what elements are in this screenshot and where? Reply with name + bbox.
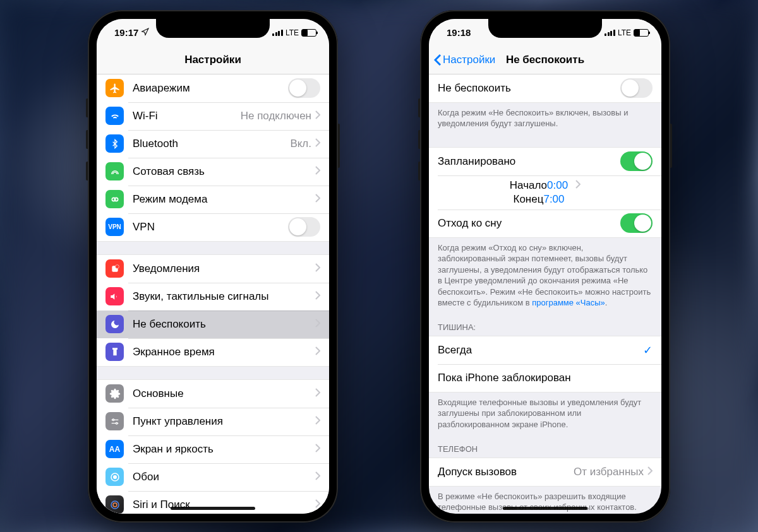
row-allow-calls[interactable]: Допуск вызовов От избранных bbox=[429, 458, 661, 486]
display-icon: AA bbox=[105, 440, 124, 458]
row-siri[interactable]: Siri и Поиск bbox=[97, 491, 329, 514]
chevron-icon bbox=[315, 443, 320, 456]
svg-point-1 bbox=[114, 198, 117, 201]
dnd-toggle[interactable] bbox=[620, 78, 653, 98]
chevron-icon bbox=[315, 346, 320, 358]
signal-icon bbox=[272, 30, 283, 36]
battery-icon bbox=[634, 29, 649, 37]
row-sounds[interactable]: Звуки, тактильные сигналы bbox=[97, 283, 329, 310]
phone-header: ТЕЛЕФОН bbox=[429, 435, 661, 458]
row-label: Bluetooth bbox=[133, 138, 290, 150]
battery-icon bbox=[301, 29, 316, 37]
row-control-center[interactable]: Пункт управления bbox=[97, 408, 329, 435]
row-label: Основные bbox=[133, 387, 315, 400]
home-indicator[interactable] bbox=[503, 507, 587, 510]
svg-point-3 bbox=[115, 264, 119, 268]
row-label: Пока iPhone заблокирован bbox=[438, 372, 653, 384]
wallpaper-icon bbox=[105, 468, 124, 486]
silence-footer: Входящие телефонные вызовы и уведомления… bbox=[429, 393, 661, 435]
wifi-icon bbox=[105, 107, 124, 125]
cellular-icon bbox=[105, 162, 124, 180]
dnd-list[interactable]: Не беспокоить Когда режим «Не беспокоить… bbox=[429, 74, 661, 514]
row-dnd[interactable]: Не беспокоить bbox=[97, 310, 329, 338]
row-label: Допуск вызовов bbox=[438, 466, 574, 478]
navbar: Настройки bbox=[97, 47, 329, 74]
row-label: Режим модема bbox=[133, 193, 315, 206]
general-icon bbox=[105, 384, 124, 403]
svg-point-9 bbox=[111, 501, 119, 509]
phone-settings-main: 19:17 LTE Настройки Авиарежим bbox=[88, 10, 338, 523]
notch bbox=[488, 19, 602, 38]
chevron-icon bbox=[315, 263, 320, 275]
siri-icon bbox=[105, 495, 124, 514]
back-button[interactable]: Настройки bbox=[434, 54, 495, 66]
page-title: Не беспокоить bbox=[506, 54, 584, 66]
bedtime-toggle[interactable] bbox=[620, 213, 653, 233]
dnd-icon bbox=[105, 315, 124, 333]
row-label: Пункт управления bbox=[133, 415, 315, 428]
scheduled-toggle[interactable] bbox=[620, 151, 653, 171]
row-wifi[interactable]: Wi-Fi Не подключен bbox=[97, 102, 329, 130]
chevron-icon bbox=[575, 179, 581, 192]
clock-app-link[interactable]: программе «Часы» bbox=[532, 298, 605, 307]
airplane-toggle[interactable] bbox=[288, 78, 320, 98]
row-notifications[interactable]: Уведомления bbox=[97, 255, 329, 283]
row-silence-always[interactable]: Всегда ✓ bbox=[429, 336, 661, 364]
svg-point-6 bbox=[116, 422, 117, 424]
to-label: Конец bbox=[513, 193, 543, 206]
check-icon: ✓ bbox=[643, 343, 653, 357]
bluetooth-icon bbox=[105, 134, 124, 153]
row-label: Звуки, тактильные сигналы bbox=[133, 290, 315, 303]
silence-header: ТИШИНА: bbox=[429, 314, 661, 336]
row-label: Сотовая связь bbox=[133, 165, 315, 178]
row-bedtime[interactable]: Отход ко сну bbox=[429, 210, 661, 237]
row-scheduled[interactable]: Запланировано bbox=[429, 148, 661, 175]
chevron-icon bbox=[315, 318, 320, 331]
row-dnd-toggle[interactable]: Не беспокоить bbox=[429, 74, 661, 102]
vpn-toggle[interactable] bbox=[288, 217, 320, 237]
from-value: 0:00 bbox=[547, 179, 568, 192]
network-label: LTE bbox=[286, 28, 299, 37]
control-center-icon bbox=[105, 412, 124, 430]
row-silence-locked[interactable]: Пока iPhone заблокирован bbox=[429, 364, 661, 392]
row-label: Wi-Fi bbox=[133, 110, 241, 122]
row-label: Отход ко сну bbox=[438, 217, 620, 230]
from-label: Начало bbox=[510, 179, 547, 192]
wifi-value: Не подключен bbox=[241, 110, 311, 122]
svg-point-5 bbox=[112, 419, 114, 421]
chevron-icon bbox=[647, 466, 653, 478]
chevron-icon bbox=[315, 110, 320, 122]
row-label: Экран и яркость bbox=[133, 443, 315, 456]
home-indicator[interactable] bbox=[171, 507, 255, 510]
row-label: VPN bbox=[133, 221, 288, 233]
chevron-icon bbox=[315, 165, 320, 178]
row-display[interactable]: AA Экран и яркость bbox=[97, 435, 329, 463]
status-time: 19:17 bbox=[114, 27, 138, 38]
row-general[interactable]: Основные bbox=[97, 380, 329, 408]
row-label: Не беспокоить bbox=[133, 318, 315, 331]
network-label: LTE bbox=[618, 28, 631, 37]
allow-calls-value: От избранных bbox=[574, 466, 644, 478]
row-label: Всегда bbox=[438, 344, 643, 357]
row-wallpaper[interactable]: Обои bbox=[97, 463, 329, 491]
phone-dnd-settings: 19:18 LTE Настройки Не беспокоить Не бес… bbox=[420, 10, 670, 523]
row-schedule-times[interactable]: Начало 0:00 Конец 7:00 bbox=[429, 175, 661, 210]
chevron-icon bbox=[315, 499, 320, 511]
settings-list[interactable]: Авиарежим Wi-Fi Не подключен Bluetooth В… bbox=[97, 74, 329, 514]
row-label: Не беспокоить bbox=[438, 82, 620, 95]
row-screentime[interactable]: Экранное время bbox=[97, 338, 329, 366]
row-label: Уведомления bbox=[133, 263, 315, 275]
chevron-icon bbox=[315, 387, 320, 400]
chevron-icon bbox=[315, 290, 320, 303]
chevron-icon bbox=[315, 415, 320, 428]
row-bluetooth[interactable]: Bluetooth Вкл. bbox=[97, 130, 329, 158]
row-vpn[interactable]: VPN VPN bbox=[97, 213, 329, 241]
chevron-icon bbox=[315, 193, 320, 206]
signal-icon bbox=[605, 30, 615, 36]
row-cellular[interactable]: Сотовая связь bbox=[97, 158, 329, 186]
notch bbox=[156, 19, 270, 38]
row-label: Обои bbox=[133, 471, 315, 483]
row-airplane[interactable]: Авиарежим bbox=[97, 74, 329, 102]
sounds-icon bbox=[105, 287, 124, 305]
row-hotspot[interactable]: Режим модема bbox=[97, 186, 329, 213]
